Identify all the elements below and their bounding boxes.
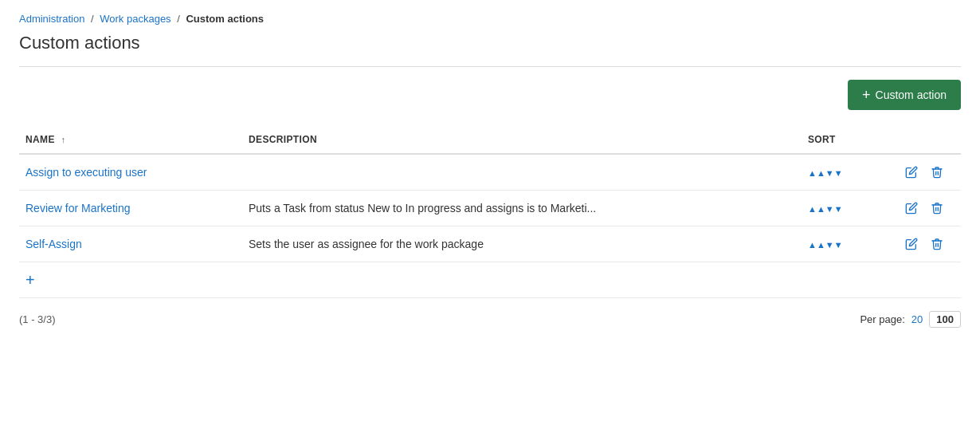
plus-icon: +	[862, 88, 871, 102]
divider	[19, 66, 961, 67]
per-page-20[interactable]: 20	[911, 313, 923, 325]
add-custom-action-button[interactable]: + Custom action	[848, 80, 961, 110]
per-page-label: Per page:	[860, 313, 904, 325]
sort-up-icon[interactable]: ▲	[817, 204, 825, 214]
row-name-link[interactable]: Review for Marketing	[25, 202, 131, 214]
sort-top-icon[interactable]: ▲	[808, 168, 816, 178]
custom-actions-table: NAME ↑ DESCRIPTION SORT Assign to execut…	[19, 126, 961, 262]
row-description-cell	[242, 154, 802, 191]
table-row: Assign to executing user▲▲▼▼	[19, 154, 961, 191]
col-header-sort: SORT	[802, 126, 897, 154]
row-sort-cell: ▲▲▼▼	[802, 191, 897, 226]
edit-button[interactable]	[904, 164, 919, 180]
breadcrumb-work-packages[interactable]: Work packages	[100, 13, 171, 25]
toolbar: + Custom action	[19, 80, 961, 110]
add-custom-action-label: Custom action	[876, 89, 947, 101]
breadcrumb: Administration / Work packages / Custom …	[19, 13, 961, 25]
footer: (1 - 3/3) Per page: 20 100	[19, 311, 961, 328]
edit-button[interactable]	[904, 200, 919, 216]
name-sort-arrow: ↑	[61, 135, 65, 144]
sort-top-icon[interactable]: ▲	[808, 240, 816, 250]
action-icons	[904, 200, 955, 216]
sort-controls: ▲▲▼▼	[808, 240, 842, 250]
breadcrumb-sep1: /	[91, 13, 94, 25]
row-name-link[interactable]: Self-Assign	[25, 238, 82, 250]
edit-button[interactable]	[904, 236, 919, 252]
sort-controls: ▲▲▼▼	[808, 204, 842, 214]
pagination-info: (1 - 3/3)	[19, 313, 56, 325]
row-actions-cell	[897, 226, 961, 262]
sort-up-icon[interactable]: ▲	[817, 240, 825, 250]
breadcrumb-current: Custom actions	[186, 13, 264, 25]
col-name-label: NAME	[25, 134, 55, 145]
per-page-controls: Per page: 20 100	[860, 311, 961, 328]
action-icons	[904, 164, 955, 180]
page-title: Custom actions	[19, 33, 961, 53]
sort-bottom-icon[interactable]: ▼	[834, 168, 842, 178]
sort-bottom-icon[interactable]: ▼	[834, 204, 842, 214]
row-sort-cell: ▲▲▼▼	[802, 154, 897, 191]
row-name-link[interactable]: Assign to executing user	[25, 166, 147, 179]
sort-down-icon[interactable]: ▼	[825, 168, 833, 178]
sort-bottom-icon[interactable]: ▼	[834, 240, 842, 250]
table-row: Review for MarketingPuts a Task from sta…	[19, 191, 961, 226]
col-header-description: DESCRIPTION	[242, 126, 802, 154]
breadcrumb-sep2: /	[177, 13, 180, 25]
per-page-100[interactable]: 100	[929, 311, 961, 328]
col-header-name[interactable]: NAME ↑	[19, 126, 242, 154]
table-row: Self-AssignSets the user as assignee for…	[19, 226, 961, 262]
sort-down-icon[interactable]: ▼	[825, 204, 833, 214]
row-actions-cell	[897, 191, 961, 226]
action-icons	[904, 236, 955, 252]
sort-down-icon[interactable]: ▼	[825, 240, 833, 250]
sort-top-icon[interactable]: ▲	[808, 204, 816, 214]
row-description-cell: Sets the user as assignee for the work p…	[242, 226, 802, 262]
row-name-cell: Assign to executing user	[19, 154, 242, 191]
delete-button[interactable]	[929, 164, 945, 180]
delete-button[interactable]	[929, 236, 945, 252]
add-row: +	[19, 262, 961, 298]
delete-button[interactable]	[929, 200, 945, 216]
row-name-cell: Self-Assign	[19, 226, 242, 262]
row-sort-cell: ▲▲▼▼	[802, 226, 897, 262]
add-inline-button[interactable]: +	[25, 272, 35, 288]
sort-controls: ▲▲▼▼	[808, 168, 842, 178]
breadcrumb-admin[interactable]: Administration	[19, 13, 84, 25]
col-header-actions	[897, 126, 961, 154]
sort-up-icon[interactable]: ▲	[817, 168, 825, 178]
row-name-cell: Review for Marketing	[19, 191, 242, 226]
row-actions-cell	[897, 154, 961, 191]
row-description-cell: Puts a Task from status New to In progre…	[242, 191, 802, 226]
